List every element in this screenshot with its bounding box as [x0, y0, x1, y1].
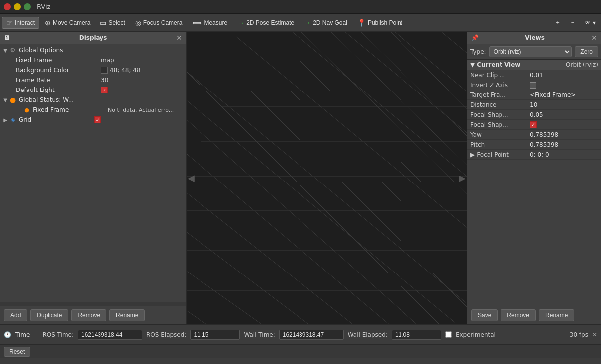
fixed-frame-status-label: Fixed Frame [33, 106, 69, 113]
grid-item[interactable]: ▶ ◈ Grid ✓ [0, 115, 186, 125]
frame-rate-item[interactable]: Frame Rate 30 [7, 75, 186, 85]
bg-color-expand [9, 67, 16, 74]
interact-label: Interact [15, 19, 35, 26]
global-status-item[interactable]: ▼ ● Global Status: W... [0, 95, 186, 105]
grid-view [187, 32, 467, 324]
background-color-label: Background Color [16, 67, 69, 74]
move-camera-tool[interactable]: ⊕ Move Camera [40, 17, 95, 29]
rename-button[interactable]: Rename [109, 309, 145, 321]
yaw-label: Yaw [470, 131, 482, 138]
zero-button[interactable]: Zero [575, 46, 598, 57]
measure-tool[interactable]: ⟺ Measure [188, 17, 232, 29]
remove-button[interactable]: Remove [71, 309, 106, 321]
add-button[interactable]: Add [4, 309, 27, 321]
select-tool[interactable]: ▭ Select [96, 17, 129, 29]
global-options-label: Global Options [19, 47, 63, 54]
2d-nav-tool[interactable]: → 2D Nav Goal [300, 17, 352, 29]
default-light-label: Default Light [16, 87, 55, 93]
focal-point-expand[interactable]: ▶ [470, 151, 475, 158]
ros-elapsed-input[interactable] [190, 330, 240, 340]
grid-checkbox[interactable]: ✓ [94, 116, 101, 123]
pitch-row[interactable]: Pitch 0.785398 [467, 140, 601, 150]
remove-display-button[interactable]: － [566, 16, 579, 29]
interact-tool[interactable]: ☞ Interact [2, 17, 39, 29]
time-close-button[interactable]: ✕ [592, 331, 597, 338]
move-camera-icon: ⊕ [45, 19, 51, 27]
current-view-label: Current View [477, 61, 520, 68]
fixed-frame-status-item[interactable]: ● Fixed Frame No tf data. Actual erro... [14, 105, 186, 115]
views-dropdown-icon: ▾ [593, 19, 596, 26]
displays-title: Displays [79, 34, 107, 41]
toolbar-right: ＋ － 👁 ▾ [551, 16, 599, 29]
viewport-right-arrow[interactable]: ▶ [459, 173, 466, 183]
invert-z-checkbox[interactable] [530, 82, 536, 89]
measure-icon: ⟺ [192, 19, 202, 27]
pitch-value: 0.785398 [530, 141, 558, 148]
displays-title-icon: 🖥 [4, 34, 10, 41]
wall-time-label: Wall Time: [244, 331, 275, 338]
experimental-checkbox[interactable] [445, 331, 452, 338]
viewport[interactable]: ◀ ▶ [187, 32, 467, 324]
main-area: 🖥 Displays ✕ ▼ ⚙ Global Options [0, 32, 601, 324]
views-save-button[interactable]: Save [471, 309, 498, 321]
2d-pose-label: 2D Pose Estimate [246, 19, 294, 26]
background-color-item[interactable]: Background Color 48; 48; 48 [7, 65, 186, 75]
measure-label: Measure [204, 19, 227, 26]
close-button[interactable] [4, 3, 11, 10]
views-header: 📌 Views ✕ [467, 32, 601, 44]
yaw-row[interactable]: Yaw 0.785398 [467, 130, 601, 140]
select-label: Select [108, 19, 125, 26]
type-select[interactable]: Orbit (rviz) [489, 46, 572, 57]
duplicate-button[interactable]: Duplicate [30, 309, 68, 321]
grid-expand[interactable]: ▶ [2, 116, 9, 123]
global-options-expand[interactable]: ▼ [2, 47, 9, 54]
publish-icon: 📍 [357, 19, 366, 27]
views-pin-icon: 📌 [471, 34, 479, 41]
viewport-left-arrow[interactable]: ◀ [188, 173, 195, 183]
target-frame-value: <Fixed Frame> [530, 91, 576, 98]
2d-pose-tool[interactable]: → 2D Pose Estimate [233, 17, 299, 29]
current-view-type: Orbit (rviz) [566, 61, 598, 68]
toolbar: ☞ Interact ⊕ Move Camera ▭ Select ◎ Focu… [0, 14, 601, 32]
default-light-checkbox[interactable]: ✓ [101, 87, 108, 93]
focus-camera-icon: ◎ [135, 19, 141, 27]
focal-shape-size-row[interactable]: Focal Shap... 0.05 [467, 110, 601, 120]
current-view-expand[interactable]: ▼ [470, 61, 475, 68]
window-title: RViz [37, 3, 50, 10]
target-frame-row[interactable]: Target Fra... <Fixed Frame> [467, 90, 601, 100]
reset-button[interactable]: Reset [4, 347, 30, 357]
fixed-frame-item[interactable]: Fixed Frame map [7, 55, 186, 65]
maximize-button[interactable] [24, 3, 31, 10]
global-status-expand[interactable]: ▼ [2, 96, 9, 103]
ros-time-input[interactable] [78, 330, 142, 340]
frame-rate-expand [9, 77, 16, 84]
views-tree: ▼ Current View Orbit (rviz) Near Clip ..… [467, 60, 601, 306]
interact-icon: ☞ [6, 19, 13, 27]
displays-close-button[interactable]: ✕ [176, 34, 182, 42]
global-options-item[interactable]: ▼ ⚙ Global Options [0, 45, 186, 55]
focal-point-row[interactable]: ▶ Focal Point 0; 0; 0 [467, 150, 601, 160]
focus-camera-tool[interactable]: ◎ Focus Camera [131, 17, 187, 29]
2d-nav-icon: → [304, 19, 311, 27]
views-buttons: Save Remove Rename [467, 306, 601, 324]
focal-shape-visible-row[interactable]: Focal Shap... ✓ [467, 120, 601, 130]
default-light-item[interactable]: Default Light ✓ [7, 85, 186, 95]
views-close-button[interactable]: ✕ [591, 34, 597, 42]
minimize-button[interactable] [14, 3, 21, 10]
fixed-frame-expand [9, 57, 16, 64]
time-sep1 [36, 330, 36, 340]
views-rename-button[interactable]: Rename [539, 309, 574, 321]
views-remove-button[interactable]: Remove [501, 309, 536, 321]
focal-shape-visible-checkbox[interactable]: ✓ [530, 121, 537, 128]
2d-nav-label: 2D Nav Goal [313, 19, 347, 26]
views-panel: 📌 Views ✕ Type: Orbit (rviz) Zero ▼ Curr… [467, 32, 601, 324]
wall-elapsed-input[interactable] [392, 330, 441, 340]
distance-row[interactable]: Distance 10 [467, 100, 601, 110]
near-clip-row[interactable]: Near Clip ... 0.01 [467, 70, 601, 80]
fps-display: 30 fps [570, 331, 588, 338]
invert-z-row[interactable]: Invert Z Axis [467, 80, 601, 90]
add-display-button[interactable]: ＋ [551, 16, 564, 29]
views-button[interactable]: 👁 ▾ [581, 17, 599, 28]
publish-tool[interactable]: 📍 Publish Point [353, 17, 407, 29]
wall-time-input[interactable] [279, 330, 344, 340]
